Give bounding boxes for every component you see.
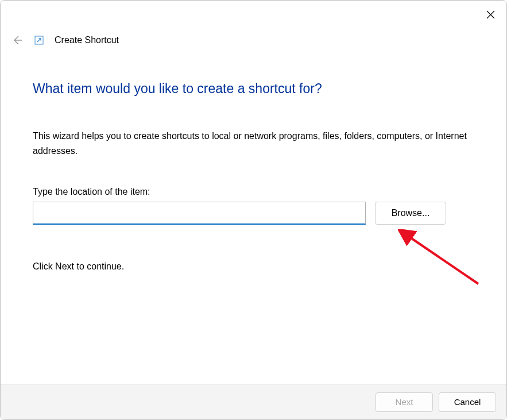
close-button[interactable]	[485, 9, 496, 20]
back-button[interactable]	[11, 34, 24, 47]
back-arrow-icon	[11, 34, 23, 46]
wizard-title: Create Shortcut	[55, 35, 119, 45]
titlebar	[1, 1, 506, 29]
shortcut-icon	[34, 35, 44, 45]
create-shortcut-wizard-window: Create Shortcut What item would you like…	[0, 0, 507, 420]
page-heading: What item would you like to create a sho…	[33, 81, 474, 97]
cancel-button[interactable]: Cancel	[439, 392, 496, 412]
browse-button[interactable]: Browse...	[375, 202, 446, 225]
input-row: Browse...	[33, 202, 474, 225]
location-input[interactable]	[33, 202, 366, 225]
footer: Next Cancel	[1, 384, 506, 419]
header: Create Shortcut	[1, 29, 506, 47]
continue-hint: Click Next to continue.	[33, 261, 474, 272]
location-input-label: Type the location of the item:	[33, 187, 474, 197]
wizard-description: This wizard helps you to create shortcut…	[33, 129, 474, 159]
content-area: What item would you like to create a sho…	[1, 47, 506, 384]
close-icon	[486, 10, 495, 19]
next-button: Next	[376, 392, 433, 412]
